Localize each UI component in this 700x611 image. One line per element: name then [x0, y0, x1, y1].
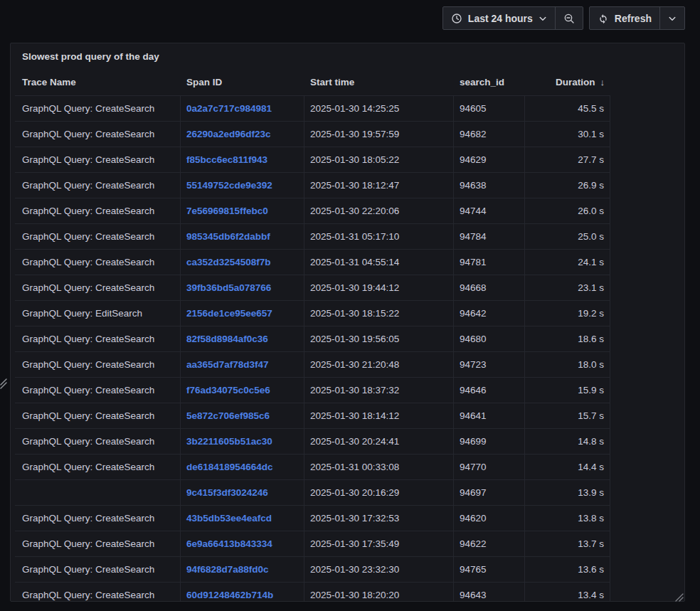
cell-start-time: 2025-01-30 18:37:32: [304, 377, 454, 403]
table-header-row: Trace Name Span ID Start time search_id …: [15, 69, 610, 95]
cell-span-id-link[interactable]: 2156de1ce95ee657: [186, 308, 272, 319]
cell-trace-name: GraphQL Query: CreateSearch: [15, 351, 181, 377]
cell-search-id: 94765: [454, 556, 525, 582]
column-header-duration[interactable]: Duration ↓: [525, 69, 610, 95]
cell-duration: 26.0 s: [525, 198, 610, 223]
cell-search-id: 94641: [454, 403, 525, 428]
table-row: GraphQL Query: CreateSearch 3b2211605b51…: [15, 428, 610, 454]
cell-span-id-link[interactable]: 0a2a7c717c984981: [186, 103, 272, 114]
cell-span-id-link[interactable]: 3b2211605b51ac30: [186, 436, 272, 447]
cell-search-id: 94642: [454, 300, 525, 326]
cell-duration: 19.2 s: [525, 300, 610, 326]
cell-trace-name: [15, 479, 181, 505]
cell-trace-name: GraphQL Query: CreateSearch: [15, 95, 181, 121]
cell-search-id: 94620: [454, 505, 525, 531]
cell-trace-name: GraphQL Query: CreateSearch: [15, 454, 181, 479]
time-range-button[interactable]: Last 24 hours: [443, 7, 555, 29]
cell-span-id-link[interactable]: 82f58d8984af0c36: [186, 334, 268, 344]
cell-duration: 13.6 s: [525, 556, 610, 582]
cell-span-id-link[interactable]: de618418954664dc: [186, 462, 273, 472]
table-row: GraphQL Query: CreateSearch ca352d325450…: [15, 249, 610, 275]
cell-trace-name: GraphQL Query: CreateSearch: [15, 505, 181, 531]
cell-span-id-link[interactable]: aa365d7af78d3f47: [186, 359, 269, 370]
cell-span-id-link[interactable]: 60d91248462b714b: [186, 590, 273, 600]
cell-search-id: 94680: [454, 326, 525, 351]
cell-duration: 13.4 s: [525, 582, 610, 602]
cell-trace-name: GraphQL Query: EditSearch: [15, 300, 181, 326]
cell-span-id-link[interactable]: ca352d3254508f7b: [186, 257, 271, 267]
cell-start-time: 2025-01-30 17:32:53: [304, 505, 454, 531]
cell-trace-name: GraphQL Query: CreateSearch: [15, 223, 181, 249]
cell-start-time: 2025-01-31 00:33:08: [304, 454, 454, 479]
cell-span-id-link[interactable]: 985345db6f2dabbf: [186, 231, 270, 242]
table-row: GraphQL Query: CreateSearch 6e9a66413b84…: [15, 531, 610, 556]
zoom-out-time-button[interactable]: [555, 7, 583, 29]
panel-resize-handle-icon[interactable]: [674, 592, 684, 602]
time-range-label: Last 24 hours: [468, 13, 533, 24]
cell-duration: 13.9 s: [525, 479, 610, 505]
table-row: 9c415f3df3024246 2025-01-30 20:16:29 946…: [15, 479, 610, 505]
cell-span-id-link[interactable]: 94f6828d7a88fd0c: [186, 564, 269, 575]
cell-span-id-link[interactable]: 39fb36bd5a078766: [186, 282, 271, 293]
time-picker-group: Last 24 hours: [442, 6, 583, 30]
cell-start-time: 2025-01-30 19:44:12: [304, 275, 454, 300]
cell-span-id-link[interactable]: f76ad34075c0c5e6: [186, 385, 270, 395]
table-row: GraphQL Query: CreateSearch 5e872c706ef9…: [15, 403, 610, 428]
column-header-span-id[interactable]: Span ID: [181, 69, 304, 95]
table-row: GraphQL Query: CreateSearch f76ad34075c0…: [15, 377, 610, 403]
cell-trace-name: GraphQL Query: CreateSearch: [15, 147, 181, 172]
refresh-interval-button[interactable]: [659, 7, 684, 29]
table-row: GraphQL Query: CreateSearch 55149752cde9…: [15, 172, 610, 198]
chevron-down-icon: [668, 14, 677, 23]
cell-duration: 15.7 s: [525, 403, 610, 428]
column-header-start-time[interactable]: Start time: [304, 69, 454, 95]
cell-trace-name: GraphQL Query: CreateSearch: [15, 275, 181, 300]
column-header-search-id[interactable]: search_id: [454, 69, 525, 95]
table-row: GraphQL Query: CreateSearch 43b5db53ee4e…: [15, 505, 610, 531]
cell-duration: 24.1 s: [525, 249, 610, 275]
refresh-label: Refresh: [615, 13, 652, 24]
cell-search-id: 94699: [454, 428, 525, 454]
cell-start-time: 2025-01-30 20:24:41: [304, 428, 454, 454]
cell-search-id: 94744: [454, 198, 525, 223]
pane-resize-handle-icon[interactable]: [0, 376, 7, 391]
cell-trace-name: GraphQL Query: CreateSearch: [15, 556, 181, 582]
cell-span-id-link[interactable]: 55149752cde9e392: [186, 180, 272, 191]
panel-slowest-prod-query: Slowest prod query of the day Trace Name…: [10, 43, 685, 602]
cell-start-time: 2025-01-30 18:12:47: [304, 172, 454, 198]
cell-trace-name: GraphQL Query: CreateSearch: [15, 582, 181, 602]
cell-search-id: 94646: [454, 377, 525, 403]
cell-start-time: 2025-01-30 17:35:49: [304, 531, 454, 556]
cell-duration: 45.5 s: [525, 95, 610, 121]
cell-start-time: 2025-01-30 22:20:06: [304, 198, 454, 223]
panel-title: Slowest prod query of the day: [22, 51, 159, 62]
cell-duration: 27.7 s: [525, 147, 610, 172]
cell-span-id-link[interactable]: 7e56969815ffebc0: [186, 206, 268, 216]
table-row: GraphQL Query: CreateSearch f85bcc6ec811…: [15, 147, 610, 172]
cell-trace-name: GraphQL Query: CreateSearch: [15, 531, 181, 556]
cell-span-id-link[interactable]: 9c415f3df3024246: [186, 487, 268, 498]
cell-search-id: 94629: [454, 147, 525, 172]
refresh-button[interactable]: Refresh: [590, 7, 659, 29]
refresh-icon: [598, 13, 609, 24]
table-row: GraphQL Query: CreateSearch 60d91248462b…: [15, 582, 610, 602]
table-row: GraphQL Query: CreateSearch de6184189546…: [15, 454, 610, 479]
cell-span-id-link[interactable]: 6e9a66413b843334: [186, 538, 272, 549]
cell-span-id-link[interactable]: 5e872c706ef985c6: [186, 410, 270, 421]
cell-span-id-link[interactable]: 43b5db53ee4eafcd: [186, 513, 272, 524]
zoom-out-icon: [563, 13, 575, 24]
cell-search-id: 94668: [454, 275, 525, 300]
cell-duration: 25.0 s: [525, 223, 610, 249]
cell-duration: 14.8 s: [525, 428, 610, 454]
table-row: GraphQL Query: CreateSearch 985345db6f2d…: [15, 223, 610, 249]
cell-span-id-link[interactable]: f85bcc6ec811f943: [186, 154, 267, 165]
column-header-trace-name[interactable]: Trace Name: [15, 69, 181, 95]
panel-header[interactable]: Slowest prod query of the day: [11, 43, 684, 69]
sort-desc-arrow-icon: ↓: [600, 77, 605, 87]
cell-span-id-link[interactable]: 26290a2ed96df23c: [186, 129, 271, 139]
cell-trace-name: GraphQL Query: CreateSearch: [15, 403, 181, 428]
cell-search-id: 94605: [454, 95, 525, 121]
cell-trace-name: GraphQL Query: CreateSearch: [15, 428, 181, 454]
table-row: GraphQL Query: CreateSearch 26290a2ed96d…: [15, 121, 610, 147]
table-row: GraphQL Query: EditSearch 2156de1ce95ee6…: [15, 300, 610, 326]
